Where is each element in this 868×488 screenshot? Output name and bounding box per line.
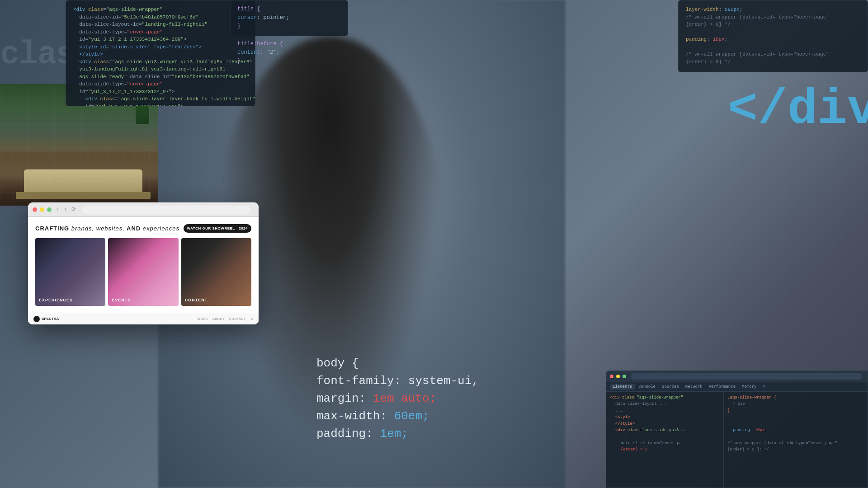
cards-grid: EXPERIENCES EVENTS CONTENT <box>35 238 251 306</box>
card-content[interactable]: CONTENT <box>181 238 251 306</box>
browser-bar: ‹ › ⟳ <box>28 202 259 217</box>
headline-text: CRAFTING brands, websites, AND experienc… <box>35 225 179 232</box>
dt-line: data-slide-layout ... <box>610 401 720 407</box>
css-line: } <box>237 57 341 66</box>
devtools-tab-close[interactable]: × <box>760 384 768 390</box>
code-line: <div class="aqs-slide yui3-widget yui3-l… <box>73 58 248 66</box>
card-content-image <box>181 238 251 306</box>
dt-line: <style <box>610 414 720 420</box>
card-events[interactable]: EVENTS <box>108 238 178 306</box>
browser-max-dot[interactable] <box>47 207 52 212</box>
code-line: /* wr-all wrapper [data-sl-id= type="hov… <box>686 14 860 21</box>
dt-css-line: padding: 10px; <box>727 427 864 433</box>
code-line: </style> <box>73 51 248 58</box>
css-line: cursor: pointer; <box>237 14 341 22</box>
site-headline: CRAFTING brands, websites, AND experienc… <box>35 224 251 233</box>
code-line: {order} > 0] */ <box>686 21 860 28</box>
browser-min-dot[interactable] <box>40 207 44 212</box>
dt-line: ... <box>610 408 720 414</box>
browser-back-arrow[interactable]: ‹ <box>56 206 59 213</box>
browser-forward-arrow[interactable]: › <box>64 206 67 213</box>
code-line: id="yui_3_17_2_1_1733343124364_209"> <box>73 36 248 43</box>
dt-line: data-slide-type="cover-pa... <box>610 440 720 446</box>
dt-css-line: /* aqs-wrapper [data-sl-id= type="hover-… <box>727 440 864 446</box>
browser-url-bar[interactable] <box>82 206 250 214</box>
dt-line: <div class="aqs-slide-wrapper" <box>610 394 720 401</box>
code-line: /* wr-all wrapper [data-sl-id= type="hov… <box>686 51 860 58</box>
code-line: data-slide-type="cover-page" <box>73 28 248 36</box>
dt-css-line <box>727 433 864 440</box>
dt-css-line: {order} > 0 ]: */ <box>727 446 864 453</box>
css-line: title { <box>237 5 341 14</box>
nav-menu-icon[interactable]: ☰ <box>250 317 254 321</box>
css-line <box>237 31 341 40</box>
devtools-tab-elements[interactable]: Elements <box>610 384 635 390</box>
devtools-html-panel: <div class="aqs-slide-wrapper" data-slid… <box>606 392 724 488</box>
devtools-tab-memory[interactable]: Memory <box>739 384 759 390</box>
devtools-topbar <box>606 371 868 382</box>
card-experiences-image <box>35 238 105 306</box>
devtools-tabs: Elements Console Sources Network Perform… <box>606 382 868 392</box>
css-body-label: body { <box>316 355 479 372</box>
devtools-url[interactable] <box>631 373 862 380</box>
code-line <box>686 28 860 36</box>
site-logo: SPECTRA <box>33 316 59 322</box>
devtools-max[interactable] <box>623 375 626 378</box>
site-footer: SPECTRA WORK ABOUT CONTACT ☰ <box>28 313 259 324</box>
devtools-tab-network[interactable]: Network <box>683 384 705 390</box>
website-preview: ‹ › ⟳ CRAFTING brands, websites, AND exp… <box>28 202 259 324</box>
devtools-tab-sources[interactable]: Sources <box>659 384 682 390</box>
devtools-close[interactable] <box>610 375 613 378</box>
dt-css-line: > div <box>727 401 864 407</box>
devtools-min[interactable] <box>616 375 620 378</box>
code-line: data-slice-id="5e13cfb481a857070f9wef6d" <box>73 14 248 21</box>
code-line <box>686 43 860 51</box>
dt-line: </style> <box>610 421 720 427</box>
body-css-overlay: body { font-family: system-ui, margin: 1… <box>316 355 479 443</box>
div-closing-tag-overlay: </div <box>728 81 868 138</box>
devtools-css-panel: .aqs-slide-wrapper { > div } padding: 10… <box>724 392 868 488</box>
card-content-label: CONTENT <box>185 298 208 302</box>
card-experiences[interactable]: EXPERIENCES <box>35 238 105 306</box>
dt-css-line <box>727 421 864 427</box>
code-panel-topright: layer-width: 680px; /* wr-all wrapper [d… <box>678 0 868 72</box>
code-line: layer-width: 680px; <box>686 6 860 14</box>
dt-css-line <box>727 414 864 420</box>
nav-about[interactable]: ABOUT <box>212 317 225 321</box>
css-body-line: font-family: system-ui, <box>316 372 479 390</box>
dt-css-line: .aqs-slide-wrapper { <box>727 394 864 401</box>
code-panel-topcenter: title { cursor: pointer; } title:before … <box>231 0 348 36</box>
nav-contact[interactable]: CONTACT <box>229 317 246 321</box>
css-body-line: max-width: 60em; <box>316 408 479 425</box>
browser-close-dot[interactable] <box>33 207 37 212</box>
code-line: data-slide-type="cover-page" <box>73 80 248 88</box>
card-experiences-label: EXPERIENCES <box>39 298 73 302</box>
dt-css-line: } <box>727 408 864 414</box>
devtools-body: <div class="aqs-slide-wrapper" data-slid… <box>606 392 868 488</box>
code-line: id="yui_3_17_2_1_1733343124_208"> <box>73 103 248 107</box>
card-events-image <box>108 238 178 306</box>
dt-line: <div class="aqs-slide yui3... <box>610 427 720 433</box>
watch-showreel-button[interactable]: WATCH OUR SHOWREEL - 2024 <box>184 224 251 233</box>
css-body-line: margin: 1em auto; <box>316 390 479 408</box>
logo-text: SPECTRA <box>42 317 59 321</box>
code-panel-topleft: <div class="aqs-slide-wrapper" data-slic… <box>66 0 255 106</box>
code-line: <div class="aqs-slide-wrapper" <box>73 6 248 14</box>
code-line: id="yui_3_17_2_1_1733343124_97"> <box>73 88 248 96</box>
css-line: } <box>237 22 341 31</box>
css-line: title:before { <box>237 40 341 48</box>
card-events-label: EVENTS <box>112 298 131 302</box>
dt-line: {order} > 0 <box>610 446 720 453</box>
site-nav: WORK ABOUT CONTACT ☰ <box>197 317 253 321</box>
code-line: aqs-slide-ready" data-slide-id="5e13cfb4… <box>73 73 248 81</box>
code-line: yui3-landingFullright81 yui3-landing-ful… <box>73 66 248 73</box>
browser-refresh[interactable]: ⟳ <box>71 206 76 213</box>
css-line: content: '2'; <box>237 48 341 57</box>
devtools-tab-performance[interactable]: Performance <box>706 384 738 390</box>
css-body-line: padding: 1em; <box>316 425 479 443</box>
code-line: data-slice-layout-id="landing-full-right… <box>73 21 248 28</box>
devtools-panel: Elements Console Sources Network Perform… <box>606 371 868 488</box>
nav-work[interactable]: WORK <box>197 317 208 321</box>
devtools-tab-console[interactable]: Console <box>636 384 658 390</box>
logo-icon <box>33 316 40 322</box>
